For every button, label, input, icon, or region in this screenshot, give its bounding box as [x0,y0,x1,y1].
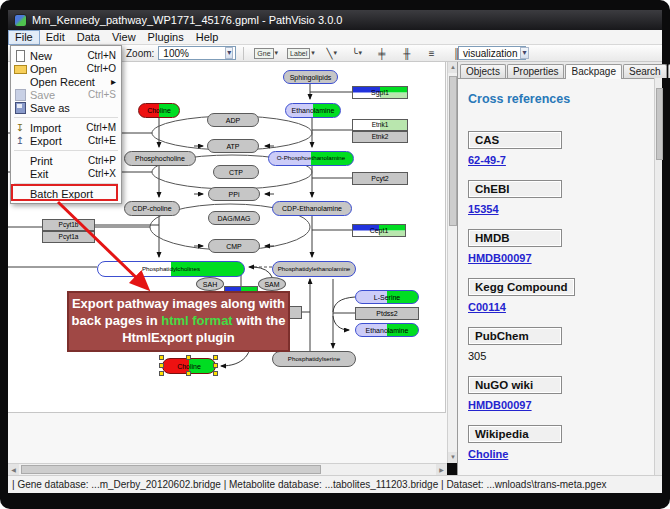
menu-item-label: Save [30,89,85,101]
node-sam[interactable]: SAM [258,277,286,291]
selection-handle[interactable] [159,363,164,368]
node-label: Sphingolipids [290,74,332,81]
chevron-down-icon[interactable]: ▾ [311,49,315,57]
node-phosphatidylcholines[interactable]: Phosphatidylcholines [97,261,245,277]
xref-link[interactable]: C00114 [468,301,506,313]
node-pcyt2[interactable]: Pcyt2 [352,172,408,185]
zoom-label: Zoom: [126,48,154,59]
menubar-item-data[interactable]: Data [71,30,106,45]
node-sgpl1[interactable]: Sgpl1 [352,86,408,99]
canvas-vertical-scrollbar[interactable]: ▲ ▼ [447,62,457,463]
node-etnk2[interactable]: Etnk2 [352,131,408,143]
chevron-down-icon[interactable]: ▾ [520,47,528,59]
selection-handle[interactable] [213,355,218,360]
node-adp[interactable]: ADP [207,113,259,127]
new-datanode-button[interactable]: Gne▾ [251,45,281,62]
node-label: Ptdss2 [376,310,397,317]
node-label: Etnk1 [372,122,389,129]
node-pcyt1b[interactable]: Pcyt1b [42,219,95,231]
zoom-select[interactable]: 100% ▾ [158,46,236,60]
node-cmp[interactable]: CMP [208,239,260,253]
canvas-horizontal-scrollbar[interactable]: ◀ ▶ [8,463,447,475]
tab-objects[interactable]: Objects [460,64,506,78]
menu-item-import[interactable]: ImportCtrl+M [11,121,121,134]
tab-properties[interactable]: Properties [507,64,565,78]
xref-link[interactable]: HMDB00097 [468,399,532,411]
menubar-item-view[interactable]: View [106,30,142,45]
zoom-value: 100% [163,48,189,59]
node-cept1[interactable]: Cept1 [352,224,406,237]
menu-shortcut: Ctrl+X [88,168,116,179]
menu-item-save-as[interactable]: Save as [11,101,121,114]
common-height-button[interactable]: ≡ [421,45,443,62]
node-pcyt1a[interactable]: Pcyt1a [42,231,95,243]
node-label: L-Serine [374,294,400,301]
menubar-item-file[interactable]: File [8,30,40,45]
xref-link[interactable]: 15354 [468,203,499,215]
node-phosphocholine[interactable]: Phosphocholine [124,151,196,166]
align-horizontal-center-button[interactable]: ╪ [371,45,393,62]
menu-separator [14,150,118,151]
connector-tool-button[interactable]: ╰▾ [346,45,368,62]
node-ppi[interactable]: PPi [208,187,260,201]
xref-section-wikipedia: WikipediaCholine [468,424,654,460]
sidebar-scrollbar[interactable] [654,78,662,475]
node-sphingolipids[interactable]: Sphingolipids [283,70,338,84]
menu-item-label: Open Recent [30,76,108,88]
menu-item-print[interactable]: PrintCtrl+P [11,154,121,167]
node-o-phosphoethanolamine[interactable]: O-Phosphoethanolamine [268,151,354,166]
scrollbar-thumb[interactable] [21,465,321,474]
selection-handle[interactable] [159,371,164,376]
node-cdp-choline[interactable]: CDP-choline [124,201,180,216]
node-phosphatidylethanolamine[interactable]: Phosphatidylethanolamine [272,261,356,277]
line-tool-button[interactable]: ╲▾ [321,45,343,62]
xref-link[interactable]: Choline [468,448,508,460]
node-choline[interactable]: Choline [138,103,180,118]
node-phosphatidylserine[interactable]: Phosphatidylserine [272,351,356,367]
tab-backpage[interactable]: Backpage [565,64,621,79]
selection-handle[interactable] [213,371,218,376]
menubar-item-help[interactable]: Help [190,30,225,45]
chevron-down-icon[interactable]: ▾ [225,47,233,59]
node-etnk1[interactable]: Etnk1 [352,119,408,131]
xref-link[interactable]: 62-49-7 [468,154,506,166]
xref-section-pubchem: PubChem305 [468,326,654,362]
menubar-item-edit[interactable]: Edit [40,30,71,45]
node-ethanolamine[interactable]: Ethanolamine [355,323,419,337]
visualization-select[interactable]: visualization ▾ [458,46,526,60]
menu-item-new[interactable]: NewCtrl+N [11,49,121,62]
node-l-serine[interactable]: L-Serine [355,290,419,304]
selection-handle[interactable] [213,363,218,368]
selection-handle[interactable] [186,371,191,376]
scrollbar-thumb[interactable] [449,76,457,226]
xref-section-chebi: ChEBI15354 [468,179,654,215]
node-ctp[interactable]: CTP [213,165,259,179]
chevron-down-icon[interactable]: ▾ [359,49,363,57]
tab-search[interactable]: Search [623,64,667,78]
menu-item-open-recent[interactable]: Open Recent▸ [11,75,121,88]
node-label: Phosphocholine [135,155,185,162]
node-cdp-ethanolamine[interactable]: CDP-Ethanolamine [272,201,352,216]
menu-item-exit[interactable]: ExitCtrl+X [11,167,121,180]
menu-item-label: Exit [30,168,85,180]
title-bar[interactable]: Mm_Kennedy_pathway_WP1771_45176.gpml - P… [8,10,662,30]
menu-item-export[interactable]: ExportCtrl+E [11,134,121,147]
selection-handle[interactable] [159,355,164,360]
chevron-down-icon[interactable]: ▾ [334,49,338,57]
align-vertical-center-button[interactable]: ╫ [396,45,418,62]
node-label: O-Phosphoethanolamine [277,155,345,161]
xref-link[interactable]: HMDB00097 [468,252,532,264]
node-ethanolamine[interactable]: Ethanolamine [285,103,341,118]
selection-handle[interactable] [186,355,191,360]
node-ptdss2[interactable]: Ptdss2 [355,307,419,320]
node-sah[interactable]: SAH [196,277,224,291]
node-atp[interactable]: ATP [207,139,259,153]
menubar-item-plugins[interactable]: Plugins [142,30,190,45]
scrollbar-thumb[interactable] [656,88,663,160]
node-dag-mag[interactable]: DAG/MAG [208,211,260,225]
chevron-down-icon[interactable]: ▾ [275,49,279,57]
menu-item-open[interactable]: OpenCtrl+O [11,62,121,75]
label-tool-button[interactable]: Label▾ [284,45,318,62]
xref-header: PubChem [468,327,562,345]
sidebar-tabs: ObjectsPropertiesBackpageSearchLegend [458,62,662,79]
